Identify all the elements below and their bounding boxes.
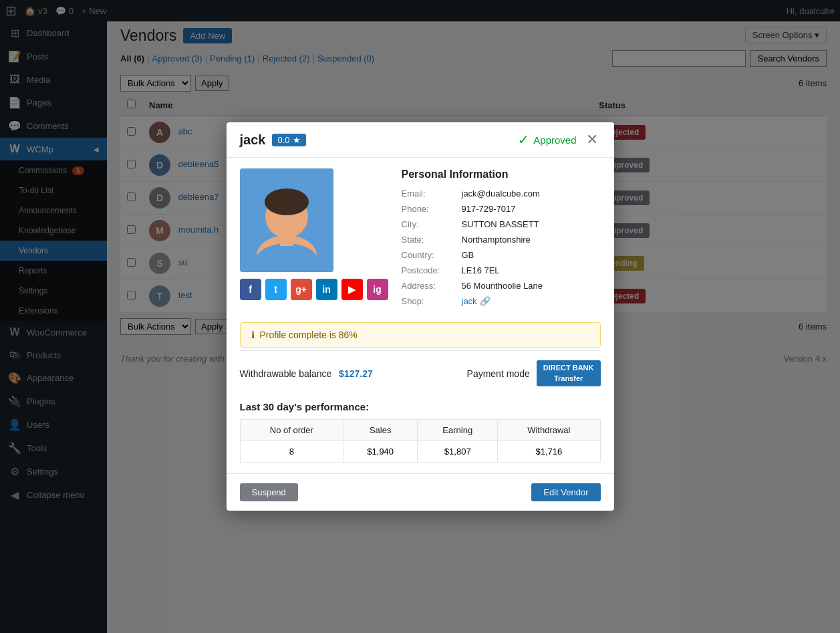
modal-header: jack 0.0 ★ ✓ Approved ✕: [227, 122, 614, 158]
personal-info-title: Personal Information: [402, 168, 601, 180]
vendor-photo-column: f t g+ in ▶ ig: [240, 168, 388, 311]
instagram-icon[interactable]: ig: [367, 279, 388, 300]
perf-sales-value: $1,940: [343, 440, 418, 462]
info-postcode-row: Postcode: LE16 7EL: [402, 265, 601, 275]
rating-star-icon: ★: [293, 135, 301, 145]
modal-overlay[interactable]: jack 0.0 ★ ✓ Approved ✕: [0, 0, 840, 633]
email-value: jack@dualcube.com: [462, 188, 540, 199]
linkedin-icon[interactable]: in: [316, 279, 337, 300]
info-email-row: Email: jack@dualcube.com: [402, 188, 601, 199]
postcode-value: LE16 7EL: [462, 265, 500, 275]
postcode-label: Postcode:: [402, 265, 462, 275]
profile-complete-bar: ℹ Profile complete is 86%: [240, 322, 601, 348]
info-country-row: Country: GB: [402, 250, 601, 260]
perf-orders-value: 8: [240, 440, 343, 462]
info-shop-row: Shop: jack 🔗: [402, 296, 601, 306]
performance-section: Last 30 day's performance: No of order S…: [240, 401, 601, 463]
address-value: 56 Mounthoolie Lane: [462, 281, 543, 291]
perf-col-earning: Earning: [418, 419, 498, 440]
country-label: Country:: [402, 250, 462, 260]
perf-withdrawal-value: $1,716: [498, 440, 600, 462]
perf-col-sales: Sales: [343, 419, 418, 440]
info-address-row: Address: 56 Mounthoolie Lane: [402, 281, 601, 291]
edit-vendor-button[interactable]: Edit Vendor: [531, 483, 600, 501]
profile-complete-text: Profile complete is 86%: [260, 330, 358, 340]
status-label: Approved: [533, 134, 576, 146]
info-city-row: City: SUTTON BASSETT: [402, 219, 601, 229]
payment-mode-badge: DIRECT BANKTransfer: [537, 360, 601, 386]
shop-label: Shop:: [402, 296, 462, 306]
twitter-icon[interactable]: t: [265, 279, 287, 300]
payment-right: Payment mode DIRECT BANKTransfer: [467, 360, 601, 386]
performance-table: No of order Sales Earning Withdrawal 8 $…: [240, 419, 601, 463]
modal-vendor-name: jack: [240, 132, 266, 148]
phone-label: Phone:: [402, 204, 462, 214]
shop-link[interactable]: jack 🔗: [462, 296, 491, 306]
balance-label: Withdrawable balance: [240, 368, 332, 379]
email-label: Email:: [402, 188, 462, 199]
youtube-icon[interactable]: ▶: [341, 279, 363, 300]
performance-title: Last 30 day's performance:: [240, 401, 601, 412]
rating-value: 0.0: [277, 135, 289, 145]
modal-footer: Suspend Edit Vendor: [227, 473, 614, 511]
vendor-modal: jack 0.0 ★ ✓ Approved ✕: [227, 122, 614, 511]
modal-status: ✓ Approved: [518, 132, 576, 148]
state-label: State:: [402, 235, 462, 245]
balance-left: Withdrawable balance $127.27: [240, 368, 373, 379]
social-icons: f t g+ in ▶ ig: [240, 279, 388, 300]
facebook-icon[interactable]: f: [240, 279, 261, 300]
city-value: SUTTON BASSETT: [462, 219, 539, 229]
modal-body: f t g+ in ▶ ig Personal Information Emai…: [227, 158, 614, 473]
balance-amount: $127.27: [339, 368, 373, 379]
city-label: City:: [402, 219, 462, 229]
svg-point-4: [265, 188, 309, 215]
balance-section: Withdrawable balance $127.27 Payment mod…: [240, 350, 601, 396]
modal-close-button[interactable]: ✕: [583, 132, 601, 147]
suspend-button[interactable]: Suspend: [240, 483, 298, 501]
google-plus-icon[interactable]: g+: [291, 279, 312, 300]
perf-col-withdrawal: Withdrawal: [498, 419, 600, 440]
vendor-avatar-svg: [240, 168, 333, 272]
state-value: Northamptonshire: [462, 235, 531, 245]
svg-rect-5: [280, 234, 293, 246]
vendor-photo: [240, 168, 333, 272]
personal-info-section: f t g+ in ▶ ig Personal Information Emai…: [240, 168, 601, 311]
phone-value: 917-729-7017: [462, 204, 516, 214]
address-label: Address:: [402, 281, 462, 291]
info-phone-row: Phone: 917-729-7017: [402, 204, 601, 214]
perf-data-row: 8 $1,940 $1,807 $1,716: [240, 440, 600, 462]
info-state-row: State: Northamptonshire: [402, 235, 601, 245]
perf-earning-value: $1,807: [418, 440, 498, 462]
country-value: GB: [462, 250, 474, 260]
modal-rating: 0.0 ★: [272, 134, 305, 146]
status-check-icon: ✓: [518, 132, 529, 148]
payment-mode-label: Payment mode: [467, 368, 530, 379]
external-link-icon: 🔗: [480, 296, 491, 306]
info-circle-icon: ℹ: [251, 330, 255, 340]
perf-col-orders: No of order: [240, 419, 343, 440]
info-table: Personal Information Email: jack@dualcub…: [402, 168, 601, 311]
